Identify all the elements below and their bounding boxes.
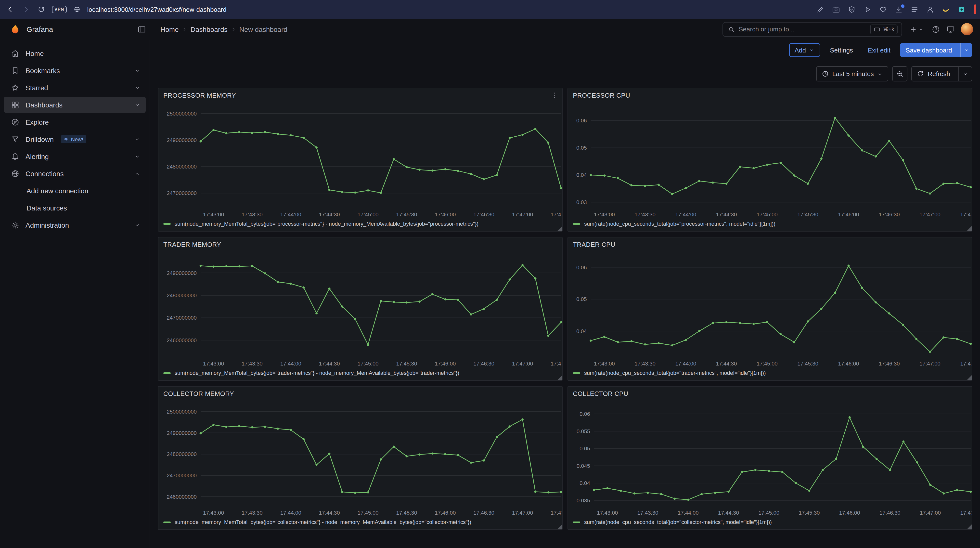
panel-header: COLLECTOR MEMORY [158, 387, 562, 400]
svg-text:17:47:00: 17:47:00 [512, 510, 533, 516]
reading-list-icon[interactable] [910, 5, 919, 13]
sidebar-item-dashboards[interactable]: Dashboards [4, 97, 146, 113]
extension-banana-icon[interactable] [942, 5, 950, 13]
sidebar-item-add-new-connection[interactable]: Add new connection [4, 183, 146, 199]
monitor-icon[interactable] [946, 25, 955, 33]
svg-text:17:47:30: 17:47:30 [960, 510, 972, 516]
breadcrumb-dashboards[interactable]: Dashboards [189, 25, 229, 33]
timeseries-plot[interactable]: 0.060.050.040.0317:43:0017:43:3017:44:00… [570, 102, 972, 219]
chevron-down-icon[interactable] [134, 67, 141, 74]
refresh-main[interactable]: Refresh [912, 67, 955, 81]
panel-title[interactable]: PROCESSOR CPU [573, 91, 630, 99]
panel-resize-handle[interactable] [557, 524, 562, 529]
extension-teal-icon[interactable] [958, 5, 966, 13]
url-bar[interactable]: localhost:3000/d/ceihv27wad0xsf/new-dash… [87, 6, 226, 13]
panel-title[interactable]: PROCESSOR MEMORY [163, 91, 236, 99]
panel-resize-handle[interactable] [967, 226, 972, 231]
sidebar-item-connections[interactable]: Connections [4, 165, 146, 182]
timeseries-plot[interactable]: 2500000000249000000024800000002470000000… [161, 102, 563, 219]
refresh-interval-caret[interactable] [958, 67, 972, 81]
grafana-logo[interactable] [10, 24, 21, 35]
breadcrumb: Home Dashboards New dashboard [159, 25, 289, 33]
user-avatar[interactable] [961, 23, 973, 35]
panel-chart-area: 2490000000248000000024700000002460000000… [158, 251, 562, 368]
sidebar-item-explore[interactable]: Explore [4, 114, 146, 130]
app: VPN localhost:3000/d/ceihv27wad0xsf/new-… [0, 0, 980, 548]
sidebar-item-label: Drilldown [25, 135, 54, 143]
browser-back-icon[interactable] [6, 5, 15, 14]
svg-text:17:45:00: 17:45:00 [757, 212, 778, 218]
svg-text:0.045: 0.045 [577, 463, 590, 469]
refresh-button[interactable]: Refresh [912, 66, 972, 81]
timeseries-plot[interactable]: 0.060.0550.050.0450.040.03517:43:0017:43… [570, 400, 972, 517]
header-actions: ⌘+k [722, 22, 973, 37]
profile-icon[interactable] [926, 5, 934, 13]
svg-text:17:45:00: 17:45:00 [358, 510, 379, 516]
panel-resize-handle[interactable] [557, 226, 562, 231]
sidebar-toggle-icon[interactable] [137, 25, 146, 33]
chevron-down-icon[interactable] [134, 101, 141, 108]
svg-text:0.06: 0.06 [579, 411, 590, 417]
save-dashboard-button[interactable]: Save dashboard [900, 43, 972, 57]
chevron-up-icon[interactable] [134, 170, 141, 177]
save-dashboard-caret[interactable] [960, 43, 972, 57]
chevron-down-icon[interactable] [134, 221, 141, 228]
sidebar-item-label: Data sources [27, 204, 67, 212]
panel-resize-handle[interactable] [967, 524, 972, 529]
panel-title[interactable]: COLLECTOR MEMORY [163, 390, 234, 397]
breadcrumb-home[interactable]: Home [159, 25, 180, 33]
new-menu-button[interactable] [908, 23, 926, 35]
heart-icon[interactable] [879, 5, 887, 13]
svg-text:2480000000: 2480000000 [167, 451, 197, 457]
site-globe-icon [73, 6, 80, 13]
sidebar-item-bookmarks[interactable]: Bookmarks [4, 62, 146, 78]
new-badge-label: New! [71, 136, 83, 142]
panel-menu-button[interactable] [549, 90, 560, 100]
legend-label[interactable]: sum(rate(node_cpu_seconds_total{job="col… [584, 519, 772, 525]
panel-resize-handle[interactable] [967, 375, 972, 380]
sidebar-item-alerting[interactable]: Alerting [4, 148, 146, 164]
sidebar-item-starred[interactable]: Starred [4, 80, 146, 96]
star-icon [11, 83, 20, 92]
exit-edit-button[interactable]: Exit edit [863, 43, 896, 57]
legend-label[interactable]: sum(node_memory_MemTotal_bytes{job="coll… [175, 519, 471, 525]
panel-title[interactable]: COLLECTOR CPU [573, 390, 628, 397]
vpn-badge[interactable]: VPN [52, 6, 67, 13]
panel-title[interactable]: TRADER MEMORY [163, 241, 221, 248]
add-button[interactable]: Add [789, 43, 820, 57]
time-range-picker[interactable]: Last 5 minutes [816, 66, 889, 81]
sidebar-item-home[interactable]: Home [4, 45, 146, 61]
chevron-down-icon[interactable] [134, 135, 141, 143]
play-icon[interactable] [863, 5, 872, 13]
chevron-down-icon[interactable] [134, 84, 141, 91]
legend-label[interactable]: sum(node_memory_MemTotal_bytes{job="trad… [175, 370, 459, 376]
browser-forward-icon[interactable] [22, 5, 30, 14]
help-icon[interactable] [931, 25, 940, 33]
settings-button[interactable]: Settings [825, 43, 858, 57]
zoom-out-button[interactable] [892, 66, 908, 81]
search-input[interactable] [739, 25, 866, 33]
sidebar-item-drilldown[interactable]: DrilldownNew! [4, 131, 146, 147]
browser-reload-icon[interactable] [37, 5, 45, 13]
panel-header: TRADER CPU [568, 237, 972, 251]
legend-label[interactable]: sum(node_memory_MemTotal_bytes{job="proc… [175, 221, 479, 227]
timeseries-plot[interactable]: 2500000000249000000024800000002470000000… [161, 400, 563, 517]
compose-icon[interactable] [816, 5, 824, 13]
panel-resize-handle[interactable] [557, 375, 562, 380]
sidebar-item-data-sources[interactable]: Data sources [4, 200, 146, 216]
svg-text:17:44:00: 17:44:00 [675, 361, 696, 367]
legend-label[interactable]: sum(rate(node_cpu_seconds_total{job="pro… [584, 221, 775, 227]
svg-text:0.04: 0.04 [579, 480, 590, 486]
camera-icon[interactable] [832, 5, 840, 13]
timeseries-plot[interactable]: 0.060.050.0417:43:0017:43:3017:44:0017:4… [570, 251, 972, 368]
svg-text:17:45:30: 17:45:30 [797, 361, 818, 367]
download-icon[interactable] [895, 5, 903, 13]
timeseries-plot[interactable]: 2490000000248000000024700000002460000000… [161, 251, 563, 368]
panel-title[interactable]: TRADER CPU [573, 241, 615, 248]
chevron-down-icon[interactable] [134, 153, 141, 160]
sidebar-item-administration[interactable]: Administration [4, 217, 146, 233]
search-box[interactable]: ⌘+k [722, 22, 902, 37]
legend-label[interactable]: sum(rate(node_cpu_seconds_total{job="tra… [584, 370, 766, 376]
legend-swatch [573, 223, 580, 225]
shield-check-icon[interactable] [848, 5, 856, 13]
